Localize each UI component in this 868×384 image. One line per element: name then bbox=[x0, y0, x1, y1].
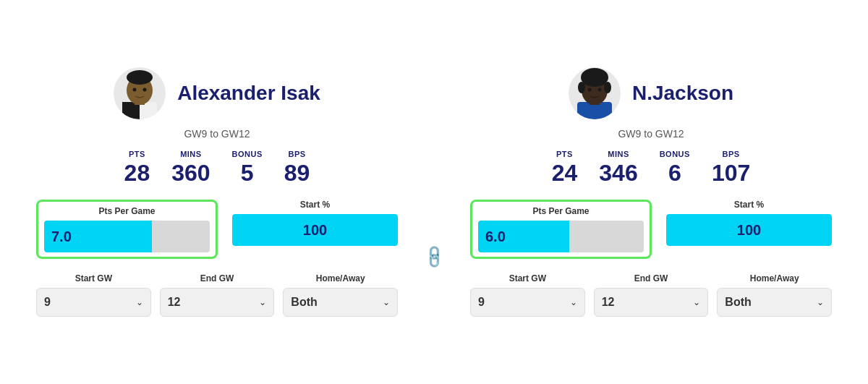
svg-point-10 bbox=[581, 68, 608, 87]
stat-bps-value-jackson: 107 bbox=[712, 160, 750, 187]
stat-pts-isak: PTS 28 bbox=[124, 150, 150, 187]
start-gw-label-jackson: Start GW bbox=[509, 273, 546, 283]
stat-mins-jackson: MINS 346 bbox=[599, 150, 637, 187]
end-gw-chevron-jackson: ⌄ bbox=[693, 297, 700, 307]
svg-point-13 bbox=[587, 88, 591, 92]
end-gw-group-jackson: End GW 12 ⌄ bbox=[594, 273, 709, 317]
pts-per-game-container-jackson: Pts Per Game 6.0 bbox=[470, 200, 652, 259]
stat-bps-label-isak: BPS bbox=[289, 150, 306, 158]
bars-row-jackson: Pts Per Game 6.0 Start % 100 bbox=[470, 200, 832, 259]
stat-bonus-label-isak: BONUS bbox=[232, 150, 263, 158]
start-pct-label-isak: Start % bbox=[300, 200, 330, 210]
home-away-value-isak: Both bbox=[291, 296, 317, 309]
pts-per-game-value-isak: 7.0 bbox=[51, 229, 72, 245]
player-header-isak: Alexander Isak bbox=[114, 67, 320, 119]
stat-pts-value-isak: 28 bbox=[124, 160, 150, 187]
start-gw-group-jackson: Start GW 9 ⌄ bbox=[470, 273, 585, 317]
stats-row-jackson: PTS 24 MINS 346 BONUS 6 BPS 107 bbox=[552, 150, 751, 187]
svg-point-14 bbox=[597, 88, 601, 92]
start-pct-fill-isak: 100 bbox=[232, 214, 398, 246]
start-gw-label-isak: Start GW bbox=[75, 273, 112, 283]
pts-per-game-value-jackson: 6.0 bbox=[485, 229, 506, 245]
avatar-isak bbox=[114, 67, 166, 119]
start-pct-container-isak: Start % 100 bbox=[232, 200, 398, 259]
svg-point-11 bbox=[578, 82, 585, 93]
end-gw-chevron-isak: ⌄ bbox=[259, 297, 266, 307]
svg-point-6 bbox=[143, 88, 147, 92]
controls-row-jackson: Start GW 9 ⌄ End GW 12 ⌄ Home/Away Both … bbox=[470, 273, 832, 317]
pts-per-game-label-jackson: Pts Per Game bbox=[532, 206, 589, 216]
pts-per-game-fill-jackson: 6.0 bbox=[478, 221, 569, 252]
start-pct-value-jackson: 100 bbox=[737, 222, 761, 239]
avatar-jackson bbox=[569, 67, 621, 119]
pts-per-game-fill-isak: 7.0 bbox=[44, 221, 152, 252]
start-gw-chevron-isak: ⌄ bbox=[136, 297, 143, 307]
stat-pts-label-jackson: PTS bbox=[556, 150, 573, 158]
start-pct-track-jackson: 100 bbox=[666, 214, 832, 246]
start-gw-select-isak[interactable]: 9 ⌄ bbox=[36, 288, 151, 317]
player-name-isak: Alexander Isak bbox=[177, 82, 320, 105]
start-pct-fill-jackson: 100 bbox=[666, 214, 832, 246]
start-pct-label-jackson: Start % bbox=[734, 200, 764, 210]
end-gw-select-isak[interactable]: 12 ⌄ bbox=[160, 288, 275, 317]
home-away-chevron-isak: ⌄ bbox=[383, 297, 390, 307]
stat-bps-label-jackson: BPS bbox=[723, 150, 740, 158]
link-divider[interactable]: 🔗 bbox=[412, 60, 456, 267]
stat-mins-label-isak: MINS bbox=[180, 150, 202, 158]
stat-pts-label-isak: PTS bbox=[129, 150, 145, 158]
start-pct-track-isak: 100 bbox=[232, 214, 398, 246]
player-panel-isak: Alexander Isak GW9 to GW12 PTS 28 MINS 3… bbox=[22, 60, 412, 324]
stat-mins-isak: MINS 360 bbox=[171, 150, 210, 187]
home-away-label-isak: Home/Away bbox=[316, 273, 365, 283]
main-container: Alexander Isak GW9 to GW12 PTS 28 MINS 3… bbox=[0, 46, 868, 338]
stat-bonus-value-jackson: 6 bbox=[668, 160, 681, 187]
home-away-select-isak[interactable]: Both ⌄ bbox=[283, 288, 398, 317]
home-away-select-jackson[interactable]: Both ⌄ bbox=[717, 288, 832, 317]
end-gw-group-isak: End GW 12 ⌄ bbox=[160, 273, 275, 317]
stat-mins-value-isak: 360 bbox=[171, 160, 210, 187]
gw-range-jackson: GW9 to GW12 bbox=[618, 128, 684, 140]
pts-per-game-track-jackson: 6.0 bbox=[478, 221, 644, 252]
pts-per-game-track-isak: 7.0 bbox=[44, 221, 210, 252]
home-away-value-jackson: Both bbox=[725, 296, 751, 309]
stat-mins-value-jackson: 346 bbox=[599, 160, 637, 187]
svg-point-4 bbox=[127, 70, 153, 85]
player-panel-jackson: N.Jackson GW9 to GW12 PTS 24 MINS 346 BO… bbox=[456, 60, 846, 324]
start-gw-chevron-jackson: ⌄ bbox=[570, 297, 577, 307]
end-gw-value-jackson: 12 bbox=[602, 296, 615, 309]
home-away-label-jackson: Home/Away bbox=[750, 273, 799, 283]
bars-row-isak: Pts Per Game 7.0 Start % 100 bbox=[36, 200, 398, 259]
stat-bps-value-isak: 89 bbox=[284, 160, 310, 187]
link-icon: 🔗 bbox=[420, 244, 447, 270]
start-gw-value-isak: 9 bbox=[44, 296, 51, 309]
end-gw-label-isak: End GW bbox=[200, 273, 234, 283]
stat-bps-jackson: BPS 107 bbox=[712, 150, 750, 187]
start-pct-container-jackson: Start % 100 bbox=[666, 200, 832, 259]
home-away-chevron-jackson: ⌄ bbox=[817, 297, 824, 307]
pts-per-game-container-isak: Pts Per Game 7.0 bbox=[36, 200, 218, 259]
pts-per-game-label-isak: Pts Per Game bbox=[98, 206, 155, 216]
player-name-jackson: N.Jackson bbox=[632, 82, 733, 105]
end-gw-label-jackson: End GW bbox=[634, 273, 668, 283]
start-gw-value-jackson: 9 bbox=[478, 296, 485, 309]
stat-bonus-isak: BONUS 5 bbox=[232, 150, 263, 187]
stat-bonus-label-jackson: BONUS bbox=[660, 150, 690, 158]
stat-bps-isak: BPS 89 bbox=[284, 150, 310, 187]
stat-mins-label-jackson: MINS bbox=[608, 150, 629, 158]
end-gw-value-isak: 12 bbox=[168, 296, 181, 309]
gw-range-isak: GW9 to GW12 bbox=[184, 128, 250, 140]
start-pct-value-isak: 100 bbox=[303, 222, 327, 239]
stat-pts-value-jackson: 24 bbox=[552, 160, 578, 187]
stat-bonus-jackson: BONUS 6 bbox=[660, 150, 690, 187]
stat-bonus-value-isak: 5 bbox=[241, 160, 254, 187]
svg-point-5 bbox=[133, 88, 137, 92]
start-gw-group-isak: Start GW 9 ⌄ bbox=[36, 273, 151, 317]
start-gw-select-jackson[interactable]: 9 ⌄ bbox=[470, 288, 585, 317]
end-gw-select-jackson[interactable]: 12 ⌄ bbox=[594, 288, 709, 317]
svg-point-12 bbox=[604, 82, 611, 93]
home-away-group-jackson: Home/Away Both ⌄ bbox=[717, 273, 832, 317]
player-header-jackson: N.Jackson bbox=[569, 67, 733, 119]
home-away-group-isak: Home/Away Both ⌄ bbox=[283, 273, 398, 317]
stats-row-isak: PTS 28 MINS 360 BONUS 5 BPS 89 bbox=[124, 150, 310, 187]
stat-pts-jackson: PTS 24 bbox=[552, 150, 578, 187]
